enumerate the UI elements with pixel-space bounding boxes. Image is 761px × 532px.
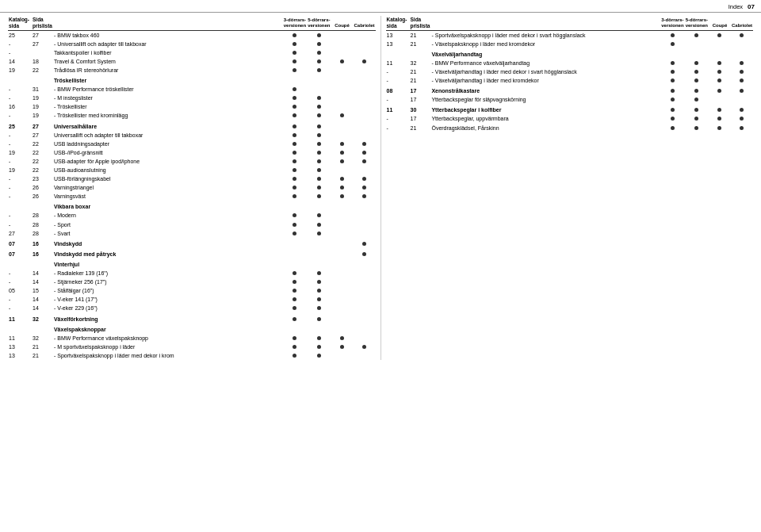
cell-5door: [685, 48, 709, 59]
cell-kat: -: [8, 157, 32, 166]
cell-5door: [307, 334, 331, 343]
cell-cab: [353, 211, 375, 220]
table-row: - Takkantspoiler i kolfiber: [8, 48, 376, 57]
left-header-3door: 3-dörrars-versionen: [283, 16, 307, 30]
cell-kat: -: [8, 295, 32, 304]
cell-sida: 16: [32, 238, 53, 248]
cell-5door: [307, 75, 331, 85]
cell-coupe: [331, 57, 353, 66]
main-container: Katalog-sida Sidaprislista 3-dörrars-ver…: [0, 13, 761, 363]
cell-cab: [731, 67, 753, 76]
cell-sida: 22: [32, 140, 53, 148]
table-row: - 14 - V-eker 141 (17"): [8, 295, 376, 304]
cell-desc: Ytterbackspeglar för släpvagnskörning: [430, 95, 660, 104]
cell-desc: USB-audioanslutning: [53, 166, 283, 174]
cell-cab: [353, 323, 375, 334]
cell-coupe: [331, 174, 353, 183]
cell-5door: [307, 201, 331, 211]
table-row: - 17 Ytterbackspeglar för släpvagnskörni…: [386, 95, 754, 104]
cell-desc: - Växelväljarhandtag i läder med dekor i…: [430, 67, 660, 76]
cell-coupe: [331, 277, 353, 286]
cell-kat: -: [8, 40, 32, 48]
cell-coupe: [331, 295, 353, 304]
cell-kat: 11: [386, 104, 410, 114]
cell-desc: - BMW Performance växelspaksknopp: [53, 334, 283, 343]
table-row: - 14 - Stjärneker 256 (17"): [8, 277, 376, 286]
cell-sida: 19: [32, 102, 53, 111]
cell-sida: 32: [32, 313, 53, 323]
cell-3door: [283, 102, 307, 111]
cell-sida: 21: [410, 124, 431, 132]
cell-kat: -: [8, 304, 32, 312]
cell-sida: 22: [32, 157, 53, 166]
cell-3door: [283, 313, 307, 323]
cell-coupe: [331, 30, 353, 40]
cell-cab: [353, 30, 375, 40]
cell-desc: USB-adapter för Apple ipod/iphone: [53, 157, 283, 166]
cell-cab: [353, 286, 375, 295]
cell-5door: [307, 157, 331, 166]
cell-kat: 13: [8, 343, 32, 351]
cell-5door: [307, 229, 331, 238]
cell-sida: 27: [32, 40, 53, 48]
right-column: Katalog-sida Sidaprislista 3-dörrars-ver…: [381, 16, 757, 360]
cell-cab: [353, 201, 375, 211]
cell-kat: -: [8, 269, 32, 277]
cell-3door: [660, 114, 684, 123]
cell-cab: [353, 192, 375, 201]
cell-3door: [283, 343, 307, 351]
cell-5door: [307, 211, 331, 220]
table-row: Vinterhjul: [8, 258, 376, 269]
cell-cab: [353, 140, 375, 148]
cell-3door: [283, 269, 307, 277]
cell-desc: Travel & Comfort System: [53, 57, 283, 66]
cell-coupe: [331, 286, 353, 295]
cell-kat: 07: [8, 238, 32, 248]
cell-kat: 19: [8, 66, 32, 75]
cell-5door: [685, 30, 709, 40]
cell-5door: [307, 131, 331, 140]
table-row: - 19 - M instegslister: [8, 94, 376, 102]
cell-3door: [660, 67, 684, 76]
cell-desc: - Modern: [53, 211, 283, 220]
cell-sida: [32, 323, 53, 334]
table-row: - 14 - Radialeker 139 (16"): [8, 269, 376, 277]
cell-sida: 28: [32, 211, 53, 220]
table-row: 25 27 Universalhållare: [8, 121, 376, 131]
left-header-5door: 5-dörrars-versionen: [307, 16, 331, 30]
cell-coupe: [331, 201, 353, 211]
cell-5door: [307, 238, 331, 248]
cell-5door: [685, 104, 709, 114]
cell-cab: [731, 124, 753, 132]
table-row: - 22 USB-adapter för Apple ipod/iphone: [8, 157, 376, 166]
table-row: - 27 Universallift och adapter till takb…: [8, 131, 376, 140]
left-table: Katalog-sida Sidaprislista 3-dörrars-ver…: [8, 16, 376, 360]
cell-cab: [353, 248, 375, 258]
cell-sida: 32: [410, 59, 431, 67]
cell-cab: [353, 229, 375, 238]
cell-5door: [307, 57, 331, 66]
cell-5door: [307, 85, 331, 94]
table-row: - 21 - Växelväljarhandtag i läder med de…: [386, 67, 754, 76]
cell-coupe: [331, 304, 353, 312]
cell-cab: [353, 102, 375, 111]
cell-kat: [8, 323, 32, 334]
cell-kat: -: [386, 67, 410, 76]
cell-desc: Varningsväst: [53, 192, 283, 201]
cell-cab: [353, 343, 375, 351]
cell-sida: [32, 201, 53, 211]
table-row: 11 32 - BMW Performance växelväljarhandt…: [386, 59, 754, 67]
cell-sida: 21: [32, 343, 53, 351]
cell-desc: - V-eker 229 (16"): [53, 304, 283, 312]
cell-5door: [307, 192, 331, 201]
cell-5door: [307, 121, 331, 131]
cell-cab: [353, 40, 375, 48]
table-row: - 23 USB-förlängningskabel: [8, 174, 376, 183]
cell-5door: [307, 40, 331, 48]
cell-5door: [307, 102, 331, 111]
cell-coupe: [709, 124, 731, 132]
table-row: 08 17 Xenonstrålkastare: [386, 85, 754, 95]
cell-coupe: [331, 269, 353, 277]
cell-cab: [353, 174, 375, 183]
table-row: 25 27 - BMW takbox 460: [8, 30, 376, 40]
